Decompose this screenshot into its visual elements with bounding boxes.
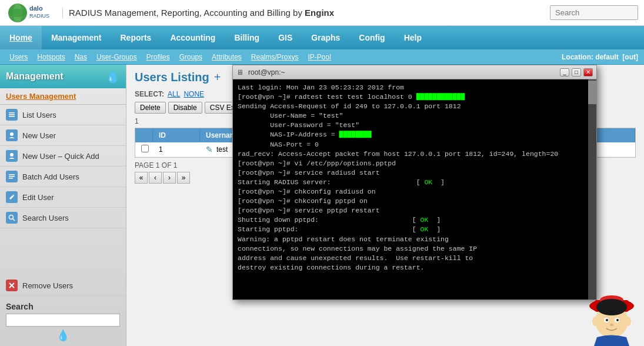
top-bar: dalo RADIUS RADIUS Management, Reporting…	[0, 0, 644, 26]
sidebar-search-section: Search 💧	[0, 296, 126, 346]
pagination-prev[interactable]: ‹	[149, 172, 162, 184]
sidebar-item-edit-user[interactable]: Edit User	[0, 187, 126, 208]
svg-text:dalo: dalo	[29, 5, 43, 12]
terminal-line: [root@vpn ~]# vi /etc/ppp/options.pptpd	[238, 159, 592, 168]
terminal-line: [root@vpn ~]# service pptpd restart	[238, 206, 592, 215]
svg-rect-7	[9, 116, 15, 117]
row-id: 1	[153, 143, 200, 156]
subnav-usergroups[interactable]: User-Groups	[93, 53, 141, 61]
col-header-id: ID	[153, 128, 200, 142]
terminal-titlebar: 🖥 root@vpn:~ _ □ ✕	[233, 65, 596, 79]
terminal-icon: 🖥	[236, 68, 243, 76]
select-all-link[interactable]: ALL	[168, 90, 180, 98]
sidebar-item-list-users[interactable]: List Users	[0, 105, 126, 125]
sidebar-title: Management	[6, 71, 64, 82]
nav-home[interactable]: Home	[0, 26, 42, 49]
pagination-first[interactable]: «	[135, 172, 148, 184]
sidebar-item-search-users[interactable]: Search Users	[0, 208, 126, 228]
nav-graphs[interactable]: Graphs	[302, 26, 349, 49]
terminal-line: Sending Access-Request of id 249 to 127.…	[238, 102, 592, 111]
sidebar: Management 💧 Users Management List Users…	[0, 65, 126, 346]
disable-button[interactable]: Disable	[168, 102, 202, 114]
row-username-text: test	[216, 145, 228, 154]
sidebar-item-label: List Users	[22, 111, 56, 119]
terminal-line: [root@vpn ~]# service radiusd start	[238, 168, 592, 178]
svg-text:RADIUS: RADIUS	[29, 13, 49, 19]
select-none-link[interactable]: NONE	[183, 90, 204, 98]
subnav-profiles[interactable]: Profiles	[143, 53, 173, 61]
svg-point-21	[596, 299, 627, 315]
row-edit-icon[interactable]: ✎	[206, 145, 213, 154]
remove-users-icon	[6, 280, 18, 291]
row-checkbox[interactable]	[135, 142, 153, 157]
edit-user-icon	[6, 191, 18, 203]
subnav-attributes[interactable]: Attributes	[208, 53, 245, 61]
nav-accounting[interactable]: Accounting	[161, 26, 225, 49]
new-user-icon	[6, 129, 18, 141]
sidebar-item-new-user[interactable]: New User	[0, 125, 126, 146]
main-layout: Management 💧 Users Management List Users…	[0, 65, 644, 346]
pagination-next[interactable]: ›	[163, 172, 176, 184]
logo-area: dalo RADIUS	[6, 2, 53, 24]
sidebar-item-batch-add[interactable]: Batch Add Users	[0, 167, 126, 187]
add-user-button[interactable]: +	[214, 71, 221, 84]
subnav-users[interactable]: Users	[6, 53, 31, 61]
nav-bar: Home Management Reports Accounting Billi…	[0, 26, 644, 49]
terminal-line: User-Password = "test"	[238, 121, 592, 130]
terminal-body: Last login: Mon Jan 23 05:23:23 2012 fro…	[233, 79, 596, 300]
svg-rect-10	[9, 174, 15, 175]
sidebar-item-remove-users[interactable]: Remove Users	[0, 275, 126, 296]
search-input[interactable]	[550, 5, 638, 20]
terminal-scrollbar[interactable]	[588, 79, 596, 300]
subnav-realmsproxys[interactable]: Realms/Proxys	[248, 53, 302, 61]
svg-point-28	[625, 317, 631, 326]
nav-help[interactable]: Help	[395, 26, 431, 49]
batch-add-icon	[6, 171, 18, 182]
svg-point-13	[9, 215, 14, 219]
subnav-nas[interactable]: Nas	[71, 53, 91, 61]
terminal-line: User-Name = "test"	[238, 111, 592, 121]
dalo-logo: dalo RADIUS	[6, 2, 53, 24]
terminal-line: Last login: Mon Jan 23 05:23:23 2012 fro…	[238, 83, 592, 92]
subnav-hotspots[interactable]: Hotspots	[34, 53, 68, 61]
terminal-window: 🖥 root@vpn:~ _ □ ✕ Last login: Mon Jan 2…	[232, 65, 597, 300]
nav-gis[interactable]: GIS	[269, 26, 302, 49]
terminal-title-text: root@vpn:~	[248, 68, 558, 76]
sidebar-item-label: Batch Add Users	[22, 172, 79, 181]
svg-point-8	[10, 132, 14, 136]
subnav-groups[interactable]: Groups	[176, 53, 206, 61]
sidebar-header: Management 💧	[0, 65, 126, 88]
col-header-check	[135, 128, 153, 142]
sidebar-search-button[interactable]: 💧	[6, 329, 120, 342]
nav-management[interactable]: Management	[42, 26, 111, 49]
svg-point-24	[606, 319, 608, 321]
terminal-minimize-button[interactable]: _	[560, 68, 569, 76]
svg-rect-11	[9, 176, 15, 177]
terminal-line: [root@vpn ~]# chkconfig radiusd on	[238, 187, 592, 197]
terminal-line: connections, so new connections may be a…	[238, 244, 592, 254]
sidebar-search-label: Search	[6, 302, 120, 311]
terminal-line: Starting RADIUS server: [ OK ]	[238, 178, 592, 187]
terminal-line: rad_recv: Access-Accept packet from host…	[238, 149, 592, 159]
terminal-close-button[interactable]: ✕	[583, 68, 593, 76]
water-drop-icon: 💧	[105, 69, 120, 84]
nav-config[interactable]: Config	[349, 26, 394, 49]
terminal-line: Starting pptpd: [ OK ]	[238, 225, 592, 234]
svg-point-25	[616, 319, 619, 321]
terminal-maximize-button[interactable]: □	[572, 68, 581, 76]
sub-nav: Users Hotspots Nas User-Groups Profiles …	[0, 49, 644, 65]
subnav-ippool[interactable]: IP-Pool	[305, 53, 335, 61]
svg-rect-6	[9, 114, 15, 115]
search-users-icon	[6, 212, 18, 224]
nav-billing[interactable]: Billing	[225, 26, 269, 49]
row-check-input[interactable]	[141, 145, 149, 152]
svg-rect-5	[9, 112, 15, 114]
users-listing-title: Users Listing	[135, 71, 209, 84]
sidebar-item-label: Edit User	[22, 193, 54, 202]
terminal-line: destroy existing connections during a re…	[238, 263, 592, 272]
sidebar-item-new-user-quick[interactable]: New User – Quick Add	[0, 146, 126, 167]
nav-reports[interactable]: Reports	[111, 26, 161, 49]
pagination-last[interactable]: »	[177, 172, 190, 184]
sidebar-search-input[interactable]	[6, 314, 120, 327]
delete-button[interactable]: Delete	[135, 102, 166, 114]
